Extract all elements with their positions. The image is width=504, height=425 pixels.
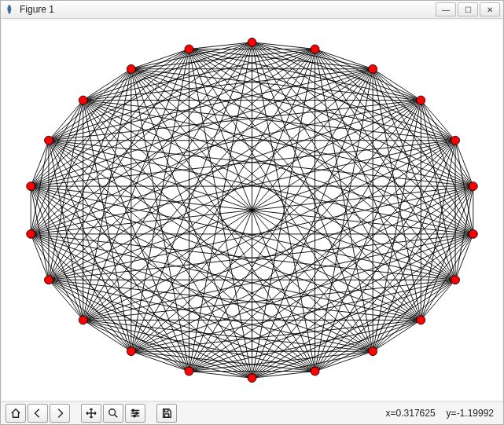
svg-line-55 [131,69,473,186]
svg-point-249 [451,136,460,145]
svg-line-117 [31,234,373,351]
svg-line-210 [455,234,473,280]
svg-line-149 [83,141,455,321]
svg-line-206 [421,141,455,321]
close-button[interactable]: ✕ [480,2,500,16]
home-icon [10,408,21,419]
svg-point-238 [44,276,53,284]
svg-point-247 [469,229,477,238]
svg-point-252 [311,45,319,53]
svg-line-179 [252,280,456,378]
svg-line-57 [131,69,421,101]
cursor-status: x=0.317625 y=-1.19992 [386,408,498,419]
svg-line-130 [49,280,315,371]
svg-line-196 [373,280,455,351]
svg-line-162 [131,101,421,352]
svg-line-76 [83,69,373,101]
svg-line-139 [49,49,315,280]
figure-window: Figure 1 — ☐ ✕ [0,0,504,425]
save-button[interactable] [156,404,177,423]
configure-subplots-button[interactable] [125,404,145,423]
svg-point-254 [132,409,134,411]
svg-line-221 [455,141,473,186]
svg-point-232 [185,45,193,53]
zoom-button[interactable] [103,404,123,423]
svg-line-151 [83,69,373,321]
svg-line-125 [31,49,315,233]
svg-line-159 [131,234,473,351]
window-title: Figure 1 [20,4,431,15]
sliders-icon [130,408,141,419]
home-button[interactable] [6,404,26,423]
svg-point-237 [27,229,35,238]
svg-line-227 [315,49,455,140]
svg-line-124 [31,69,373,234]
svg-line-37 [189,49,455,140]
svg-rect-258 [164,414,168,417]
svg-line-23 [49,49,189,140]
titlebar: Figure 1 — ☐ ✕ [1,1,503,19]
back-button[interactable] [28,404,48,423]
svg-line-226 [373,69,455,141]
svg-point-251 [369,64,377,73]
svg-line-169 [189,280,455,371]
svg-line-108 [31,101,421,187]
svg-line-109 [31,69,373,186]
svg-rect-257 [164,409,167,412]
svg-point-233 [127,64,135,73]
arrow-left-icon [32,408,43,419]
svg-line-122 [31,141,455,234]
move-icon [86,408,97,419]
svg-line-101 [31,186,315,371]
zoom-icon [108,408,119,419]
svg-line-94 [49,49,315,140]
svg-point-248 [469,182,477,191]
svg-point-256 [134,415,135,416]
svg-point-240 [127,347,135,356]
nav-toolbar: x=0.317625 y=-1.19992 [1,401,503,424]
svg-line-78 [31,141,49,186]
svg-line-111 [31,234,49,280]
svg-line-180 [252,234,473,378]
svg-line-157 [131,320,421,351]
svg-line-135 [49,186,473,280]
svg-point-236 [27,182,35,191]
svg-line-35 [189,49,473,233]
status-y: y=-1.19992 [447,408,494,419]
svg-point-234 [79,96,87,104]
svg-point-242 [248,374,256,383]
forward-button[interactable] [50,404,70,423]
plot-canvas[interactable] [2,20,502,400]
save-icon [161,408,172,419]
arrow-right-icon [54,408,65,419]
svg-point-231 [248,38,256,46]
svg-line-198 [373,186,473,351]
minimize-button[interactable]: — [436,2,456,16]
svg-line-219 [373,69,473,234]
pan-button[interactable] [81,404,101,423]
svg-point-239 [79,316,87,324]
svg-point-255 [136,412,138,414]
svg-line-171 [189,186,473,371]
svg-line-172 [189,141,455,372]
maximize-button[interactable]: ☐ [458,2,478,16]
svg-point-235 [44,136,53,145]
svg-point-241 [185,367,193,376]
tk-icon [4,4,15,15]
svg-line-4 [31,42,252,186]
svg-point-245 [417,316,425,324]
svg-point-253 [109,409,116,416]
svg-line-115 [31,234,252,378]
svg-line-213 [421,101,455,280]
svg-line-16 [252,42,473,186]
svg-line-188 [315,280,455,371]
svg-point-246 [451,276,460,284]
svg-point-250 [417,96,425,104]
svg-line-144 [83,320,373,351]
svg-line-128 [49,280,189,371]
window-controls: — ☐ ✕ [436,2,500,16]
svg-point-244 [369,347,377,356]
status-x: x=0.317625 [386,408,436,419]
graph-svg [2,20,502,400]
svg-line-137 [49,101,421,280]
